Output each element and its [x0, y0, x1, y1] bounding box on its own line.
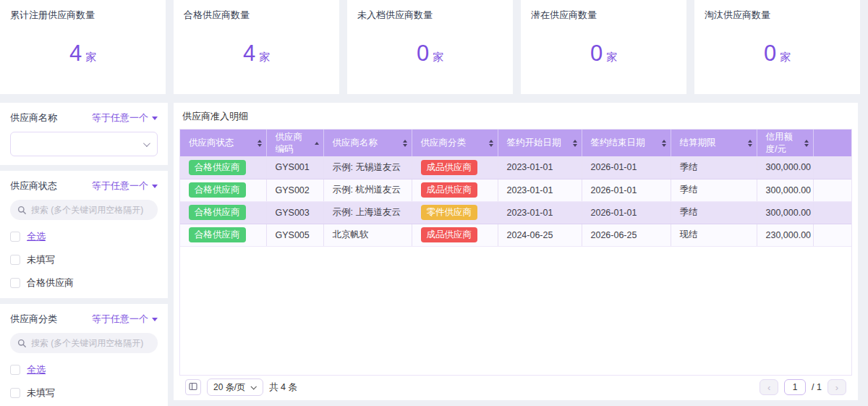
filter-option-label: 未填写 [27, 253, 55, 266]
sort-icon[interactable] [800, 140, 809, 147]
sort-icon[interactable] [399, 140, 407, 147]
credit-limit-cell: 300,000.00 [757, 201, 813, 224]
filter-title: 供应商名称 [10, 111, 57, 124]
stat-card-label: 未入档供应商数量 [357, 9, 503, 22]
chevron-down-icon [250, 384, 256, 389]
sort-icon[interactable] [744, 140, 752, 147]
contract-end-cell: 2026-06-25 [582, 224, 671, 246]
column-header[interactable]: 结算期限 [671, 130, 757, 156]
filter-value-select[interactable] [10, 132, 158, 156]
filter-option[interactable]: 全选 [10, 230, 158, 243]
filter-operator-dropdown[interactable]: 等于任意一个 [92, 179, 158, 193]
contract-start-cell: 2024-06-25 [498, 224, 582, 246]
page-size-select[interactable]: 20 条/页 [207, 378, 263, 396]
prev-page-button[interactable]: ‹ [760, 379, 778, 395]
filter-panel-header: 供应商分类 等于任意一个 [10, 310, 158, 327]
chevron-left-icon: ‹ [767, 382, 770, 393]
page-number-input[interactable] [784, 379, 806, 395]
filter-search-input[interactable]: 搜索 (多个关键词用空格隔开) [10, 200, 158, 220]
stat-card-value: 0家 [357, 41, 503, 67]
stat-card: 合格供应商数量 4家 [174, 0, 339, 94]
stat-card-label: 淘汰供应商数量 [705, 9, 850, 22]
caret-down-icon [152, 185, 158, 188]
table-row[interactable]: 合格供应商 GYS001 示例: 无锡道友云 成品供应商 2023-01-01 … [180, 156, 851, 179]
checkbox[interactable] [10, 365, 20, 375]
contract-start-cell: 2023-01-01 [498, 156, 582, 179]
stat-card-value: 4家 [184, 41, 329, 67]
sort-icon[interactable] [569, 140, 577, 147]
filter-panel-header: 供应商名称 等于任意一个 [10, 109, 158, 126]
filter-operator-dropdown[interactable]: 等于任意一个 [92, 313, 158, 326]
stat-card-label: 潜在供应商数量 [531, 9, 676, 22]
column-header[interactable]: 供应商状态 [180, 130, 266, 156]
stat-card-value: 4家 [10, 41, 156, 67]
supplier-code-cell: GYS005 [266, 224, 323, 246]
sort-ascending-icon[interactable] [310, 142, 319, 145]
column-header[interactable]: 供应商分类 [412, 130, 498, 156]
table-header-row: 供应商状态 供应商编码 供应商名称 供应商分类 签约开始日期 签约结束日期 结算… [180, 130, 851, 156]
sort-icon[interactable] [253, 140, 262, 147]
table-row[interactable]: 合格供应商 GYS002 示例: 杭州道友云 成品供应商 2023-01-01 … [180, 179, 851, 201]
stat-cards: 累计注册供应商数量 4家 合格供应商数量 4家 未入档供应商数量 0家 潜在供应… [0, 0, 868, 94]
next-page-button[interactable]: › [827, 379, 846, 395]
page-size-value: 20 条/页 [213, 381, 245, 394]
stat-card-number: 0 [764, 41, 776, 66]
column-header[interactable]: 供应商编码 [266, 130, 323, 156]
stat-card-number: 0 [590, 41, 603, 66]
search-icon [17, 339, 27, 348]
checkbox[interactable] [10, 232, 20, 242]
filter-option[interactable]: 未填写 [10, 386, 158, 399]
column-header[interactable]: 签约开始日期 [498, 130, 582, 156]
checkbox[interactable] [10, 388, 20, 398]
empty-cell [813, 224, 851, 246]
column-header[interactable]: 签约结束日期 [582, 130, 671, 156]
column-header-label: 结算期限 [680, 137, 716, 148]
filter-panel: 供应商状态 等于任意一个 搜索 (多个关键词用空格隔开) 全选 未填写 合格供应… [0, 171, 168, 298]
supplier-name-cell: 示例: 杭州道友云 [323, 179, 412, 201]
search-placeholder: 搜索 (多个关键词用空格隔开) [31, 337, 143, 350]
stat-card-number: 0 [417, 41, 429, 66]
stat-card-value: 0家 [531, 41, 676, 67]
category-badge: 零件供应商 [421, 205, 478, 220]
checkbox[interactable] [10, 255, 20, 265]
sort-icon[interactable] [658, 140, 666, 147]
search-placeholder: 搜索 (多个关键词用空格隔开) [31, 204, 143, 216]
table-title: 供应商准入明细 [179, 109, 852, 129]
table-row[interactable]: 合格供应商 GYS003 示例: 上海道友云 零件供应商 2023-01-01 … [180, 201, 851, 224]
filter-option[interactable]: 合格供应商 [10, 276, 158, 289]
supplier-name-cell: 北京帆软 [323, 224, 412, 246]
table-body: 合格供应商 GYS001 示例: 无锡道友云 成品供应商 2023-01-01 … [180, 156, 851, 246]
filter-option[interactable]: 全选 [10, 363, 158, 376]
caret-down-icon [152, 318, 158, 321]
supplier-name-cell: 示例: 无锡道友云 [323, 156, 412, 179]
filter-title: 供应商分类 [10, 313, 57, 326]
settlement-term-cell: 季结 [671, 179, 757, 201]
filter-option[interactable]: 未填写 [10, 253, 158, 266]
empty-cell [813, 156, 851, 179]
column-header-label: 供应商名称 [333, 137, 378, 148]
column-header[interactable]: 供应商名称 [323, 130, 412, 156]
column-header-label: 供应商状态 [189, 137, 234, 148]
column-settings-button[interactable] [185, 379, 201, 395]
column-header-label: 签约结束日期 [591, 137, 645, 148]
credit-limit-cell: 230,000.00 [757, 224, 813, 246]
supplier-code-cell: GYS001 [266, 156, 323, 179]
filter-search-input[interactable]: 搜索 (多个关键词用空格隔开) [10, 333, 158, 353]
settlement-term-cell: 季结 [671, 201, 757, 224]
column-header-label: 供应商编码 [276, 131, 310, 155]
empty-cell [813, 179, 851, 201]
credit-limit-cell: 300,000.00 [757, 179, 813, 201]
filter-option-label: 合格供应商 [27, 276, 74, 289]
checkbox[interactable] [10, 278, 20, 288]
chevron-right-icon: › [835, 382, 838, 393]
column-header[interactable] [813, 130, 851, 156]
filter-operator-dropdown[interactable]: 等于任意一个 [92, 111, 158, 124]
sort-icon[interactable] [485, 140, 493, 147]
table-empty-area [180, 247, 851, 376]
column-header[interactable]: 信用额度/元 [757, 130, 813, 156]
status-badge: 合格供应商 [189, 205, 246, 220]
stat-card: 未入档供应商数量 0家 [347, 0, 513, 94]
filter-option-label: 全选 [27, 230, 46, 243]
contract-end-cell: 2026-01-01 [582, 201, 671, 224]
table-row[interactable]: 合格供应商 GYS005 北京帆软 成品供应商 2024-06-25 2026-… [180, 224, 851, 246]
